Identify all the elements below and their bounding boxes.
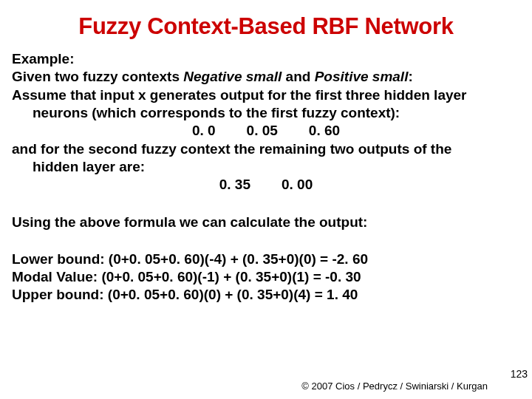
modal-value-label: Modal Value:: [12, 269, 98, 284]
slide-title: Fuzzy Context-Based RBF Network: [12, 13, 520, 40]
given-line: Given two fuzzy contexts Negative small …: [12, 68, 520, 86]
context-positive-small: Positive small: [315, 69, 409, 84]
example-label: Example:: [12, 50, 520, 68]
spacer-2: [12, 231, 520, 250]
value-2b: 0. 00: [282, 176, 313, 194]
slide-body: Example: Given two fuzzy contexts Negati…: [12, 50, 520, 304]
lower-bound-expr: (0+0. 05+0. 60)(-4) + (0. 35+0)(0) = -2.…: [105, 251, 368, 267]
modal-value-expr: (0+0. 05+0. 60)(-1) + (0. 35+0)(1) = -0.…: [98, 269, 361, 284]
given-and: and: [282, 69, 314, 84]
second-context-line-1: and for the second fuzzy context the rem…: [12, 140, 520, 158]
page-number: 123: [511, 368, 528, 380]
given-prefix: Given two fuzzy contexts: [12, 69, 183, 84]
context-negative-small: Negative small: [183, 69, 282, 84]
value-1b: 0. 05: [247, 122, 278, 140]
assume-line-2: neurons (which corresponds to the first …: [12, 104, 520, 122]
value-1c: 0. 60: [309, 122, 340, 140]
spacer: [12, 194, 520, 214]
lower-bound-line: Lower bound: (0+0. 05+0. 60)(-4) + (0. 3…: [12, 250, 520, 268]
upper-bound-line: Upper bound: (0+0. 05+0. 60)(0) + (0. 35…: [12, 286, 520, 304]
second-context-line-2: hidden layer are:: [12, 158, 520, 176]
value-2a: 0. 35: [219, 176, 250, 194]
assume-line-1: Assume that input x generates output for…: [12, 86, 520, 104]
given-suffix: :: [408, 69, 412, 84]
modal-value-line: Modal Value: (0+0. 05+0. 60)(-1) + (0. 3…: [12, 268, 520, 286]
first-context-values: 0. 00. 050. 60: [12, 122, 520, 140]
upper-bound-expr: (0+0. 05+0. 60)(0) + (0. 35+0)(4) = 1. 4…: [104, 287, 358, 302]
copyright-footer: © 2007 Cios / Pedrycz / Swiniarski / Kur…: [301, 381, 488, 392]
using-formula-line: Using the above formula we can calculate…: [12, 214, 520, 231]
lower-bound-label: Lower bound:: [12, 251, 105, 267]
slide: Fuzzy Context-Based RBF Network Example:…: [0, 0, 532, 399]
value-1a: 0. 0: [192, 122, 216, 140]
upper-bound-label: Upper bound:: [12, 287, 104, 302]
second-context-values: 0. 350. 00: [12, 176, 520, 194]
